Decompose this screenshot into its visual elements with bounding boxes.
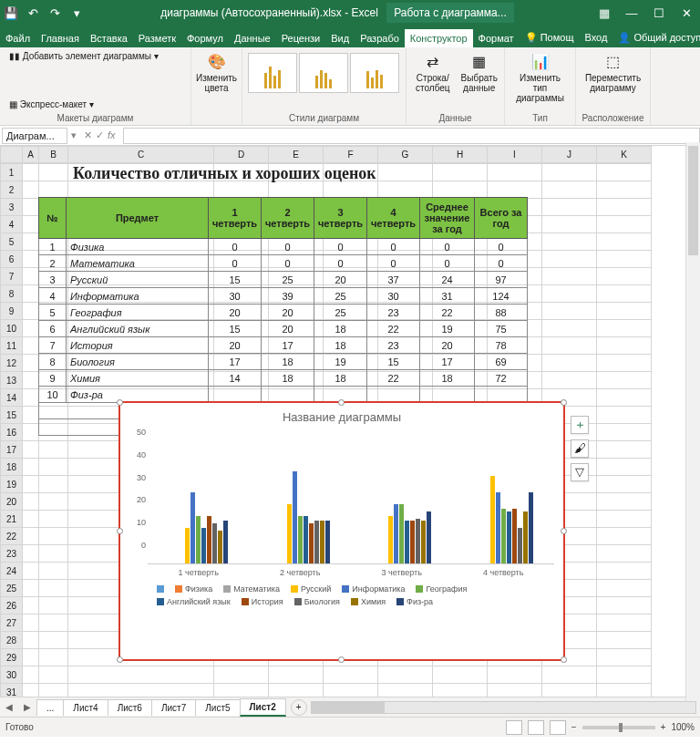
data-table[interactable]: № Предмет 1 четверть 2 четверть 3 четвер… [38, 197, 528, 436]
cell[interactable] [23, 493, 39, 511]
cell[interactable] [597, 597, 652, 615]
row-header[interactable]: 8 [1, 285, 23, 303]
cell[interactable] [597, 580, 652, 597]
legend-item[interactable]: Физика [175, 584, 212, 594]
row-header[interactable]: 24 [1, 563, 23, 580]
cell[interactable] [542, 233, 597, 251]
row-header[interactable]: 15 [1, 407, 23, 424]
resize-handle[interactable] [561, 656, 567, 663]
cell[interactable] [39, 441, 68, 459]
cell[interactable] [488, 684, 542, 697]
row-header[interactable]: 30 [1, 666, 23, 684]
legend-item[interactable]: География [416, 584, 467, 594]
zoom-in-icon[interactable]: + [661, 722, 666, 732]
cell[interactable] [324, 666, 378, 684]
cell[interactable] [542, 303, 597, 320]
cell[interactable] [542, 684, 597, 697]
row-header[interactable]: 3 [1, 199, 23, 216]
cell[interactable] [597, 441, 652, 459]
row-header[interactable]: 25 [1, 580, 23, 597]
cell[interactable] [39, 181, 68, 199]
name-box-dropdown-icon[interactable]: ▾ [67, 129, 80, 141]
cell[interactable] [23, 251, 39, 268]
col-header[interactable]: G [378, 147, 433, 163]
view-page-break-button[interactable] [550, 720, 566, 735]
cell[interactable] [488, 181, 542, 199]
cell[interactable] [23, 563, 39, 580]
resize-handle[interactable] [117, 656, 123, 663]
move-chart-button[interactable]: ⬚Переместить диаграмму [582, 49, 644, 95]
cell[interactable] [39, 597, 68, 615]
cell[interactable] [378, 164, 433, 181]
cell[interactable] [597, 666, 652, 684]
table-row[interactable]: 5География202025232288 [39, 305, 528, 321]
cell[interactable] [433, 684, 488, 697]
embedded-chart[interactable]: ＋ 🖌 ▽ Название диаграммы 50403020100 1 ч… [118, 401, 565, 661]
quick-layout-button[interactable]: ▦ Экспресс-макет ▾ [5, 98, 185, 111]
add-chart-element-button[interactable]: ▮▮ Добавить элемент диаграммы ▾ [5, 49, 162, 63]
chart-styles-gallery[interactable] [248, 49, 400, 93]
bar-cluster[interactable] [372, 504, 431, 563]
fx-icon[interactable]: fx [108, 129, 116, 141]
tab-developer[interactable]: Разрабо [355, 29, 405, 47]
col-header[interactable]: C [68, 147, 214, 163]
cell[interactable] [68, 181, 214, 199]
resize-handle[interactable] [561, 399, 567, 406]
cell[interactable] [39, 666, 68, 684]
resize-handle[interactable] [117, 399, 123, 406]
select-all-corner[interactable] [1, 147, 23, 163]
cell[interactable] [39, 649, 68, 666]
zoom-out-icon[interactable]: − [571, 722, 577, 732]
cell[interactable] [324, 181, 378, 199]
accept-formula-icon[interactable]: ✓ [96, 129, 104, 141]
tab-share[interactable]: 👤 Общий доступ [612, 28, 700, 47]
cell[interactable] [542, 199, 597, 216]
col-header[interactable]: J [542, 147, 597, 163]
cell[interactable] [542, 216, 597, 233]
table-row[interactable]: 10Физ-ра [39, 387, 528, 403]
row-header[interactable]: 9 [1, 303, 23, 320]
sheet-tab[interactable]: Лист7 [151, 699, 196, 716]
table-row[interactable]: 6Английский язык152018221975 [39, 321, 528, 337]
row-header[interactable]: 17 [1, 441, 23, 459]
tab-view[interactable]: Вид [325, 29, 355, 47]
row-header[interactable]: 11 [1, 337, 23, 355]
cell[interactable] [23, 632, 39, 649]
cell[interactable] [39, 528, 68, 545]
tab-formulas[interactable]: Формул [181, 29, 229, 47]
sheet-tab[interactable]: Лист6 [108, 699, 152, 716]
cell[interactable] [23, 303, 39, 320]
cell[interactable] [542, 251, 597, 268]
cell[interactable] [433, 164, 488, 181]
horizontal-scrollbar[interactable] [311, 701, 696, 714]
sheet-nav-prev-icon[interactable]: ◀ [0, 702, 18, 712]
legend-item[interactable]: Физ-ра [396, 597, 433, 606]
row-header[interactable]: 23 [1, 545, 23, 563]
minimize-icon[interactable]: — [618, 6, 645, 20]
cell[interactable] [542, 285, 597, 303]
cell[interactable] [597, 545, 652, 563]
cell[interactable] [378, 181, 433, 199]
switch-row-column-button[interactable]: ⇄Строка/столбец [412, 49, 454, 95]
vertical-scrollbar[interactable] [685, 142, 700, 712]
tab-file[interactable]: Файл [0, 29, 36, 47]
row-header[interactable]: 6 [1, 251, 23, 268]
cell[interactable] [597, 320, 652, 337]
legend-item[interactable]: Английский язык [157, 597, 231, 606]
cell[interactable] [597, 615, 652, 632]
view-normal-button[interactable] [506, 720, 522, 735]
table-row[interactable]: 2Математика000000 [39, 255, 528, 272]
cell[interactable] [433, 666, 488, 684]
cell[interactable] [597, 233, 652, 251]
tab-home[interactable]: Главная [36, 29, 85, 47]
cell[interactable] [23, 216, 39, 233]
cell[interactable] [23, 372, 39, 389]
cell[interactable] [23, 389, 39, 407]
legend-item[interactable]: Биология [294, 597, 340, 606]
cell[interactable] [39, 545, 68, 563]
cell[interactable] [597, 511, 652, 528]
cell[interactable] [214, 666, 269, 684]
cell[interactable] [542, 355, 597, 372]
cell[interactable] [597, 632, 652, 649]
zoom-level[interactable]: 100% [671, 722, 695, 732]
